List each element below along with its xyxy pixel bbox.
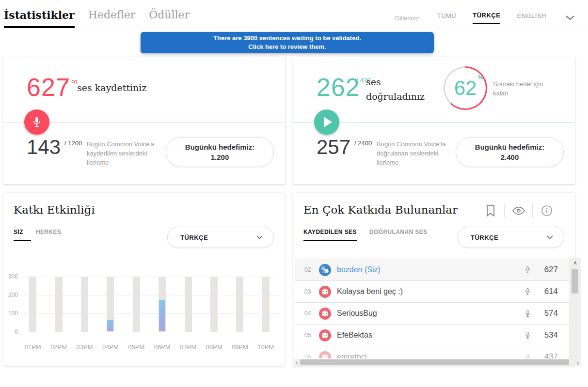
scroll-right-arrow[interactable]: ›: [575, 359, 581, 365]
bar-track: [262, 277, 270, 332]
x-axis-label: 03PM: [72, 343, 98, 351]
y-axis-tick: 0: [4, 328, 18, 335]
scroll-left-arrow[interactable]: ‹: [294, 359, 300, 365]
avatar: [319, 286, 331, 298]
tab-underline-track: [303, 241, 435, 241]
activity-tabs: SİZ HERKES: [14, 229, 61, 241]
bar-track: [236, 277, 243, 332]
validated-today: 257: [317, 136, 350, 159]
contributor-name: bozden (Siz): [337, 265, 381, 274]
x-axis-label: 05PM: [123, 343, 149, 351]
recorded-progress-description: Bugün Common Voice'a kaydedilen seslerde…: [87, 139, 164, 167]
gridline: [20, 332, 279, 332]
vertical-scroll-thumb[interactable]: [572, 269, 578, 294]
rank-number: 03: [304, 288, 319, 295]
microphone-icon: [524, 353, 531, 358]
activity-language-value: TÜRKÇE: [180, 234, 208, 241]
play-icon: [324, 117, 332, 127]
tab-goals[interactable]: Hedefler: [88, 9, 136, 28]
validated-progress-description: Bugün Common Voice'ta doğrulanan seslerd…: [377, 139, 454, 167]
microphone-icon: [524, 331, 531, 342]
validated-total: 262: [317, 73, 360, 102]
bar-track: [29, 277, 36, 332]
active-tab-underline: [303, 240, 357, 241]
bar-06PM: [159, 300, 165, 331]
avatar: [319, 308, 331, 320]
contribution-count: 627: [544, 265, 558, 275]
lang-tab-turkish[interactable]: TÜRKÇE: [473, 12, 500, 24]
avatar: [319, 351, 331, 359]
recorded-caption: ses kaydettiniz: [77, 80, 146, 95]
languages-label: Dilleriniz:: [395, 15, 421, 22]
common-voice-dashboard: İstatistikler Hedefler Ödüller Dillerini…: [0, 0, 588, 387]
tab-awards[interactable]: Ödüller: [149, 9, 190, 28]
info-icon[interactable]: [533, 205, 560, 217]
language-bar: Dilleriniz: TÜMÜ TÜRKÇE ENGLİSH: [395, 12, 574, 24]
tab-validated-voices[interactable]: DOĞRULANAN SES: [369, 229, 428, 241]
top-navigation: İstatistikler Hedefler Ödüller Dillerini…: [0, 0, 588, 28]
contribution-count: 437: [544, 352, 558, 358]
horizontal-scroll-thumb[interactable]: [300, 359, 569, 365]
horizontal-scrollbar[interactable]: ‹ ›: [294, 359, 581, 366]
goal-button-line2: 1.200: [211, 152, 229, 162]
chevron-down-icon: [547, 235, 553, 239]
activity-language-select[interactable]: TÜRKÇE: [167, 227, 274, 248]
tab-underline-track: [14, 241, 135, 241]
microphone-icon: [32, 116, 42, 128]
x-axis-label: 09PM: [227, 343, 253, 351]
leaderboard-row-03: 03Kolaysa beni geç :)614: [295, 281, 569, 303]
chevron-down-icon[interactable]: [566, 15, 574, 22]
leaderboard-row-06: 06emretncl437: [295, 346, 569, 358]
scroll-up-arrow[interactable]: ∧: [569, 260, 581, 266]
leaderboard-header-icons: [477, 203, 560, 218]
validated-caption-line1: ses: [366, 75, 425, 89]
contribution-count: 534: [544, 330, 558, 340]
contribution-count: 574: [544, 309, 558, 318]
avatar: [319, 329, 331, 341]
goal-button-line2: 2.400: [501, 152, 519, 162]
contribution-activity-card: Katkı Etkinliği SİZ HERKES TÜRKÇE 010020…: [3, 193, 285, 366]
goal-button-line1: Bugünkü hedefimiz:: [185, 142, 254, 152]
tab-everyone[interactable]: HERKES: [36, 229, 61, 241]
eye-icon[interactable]: [505, 206, 532, 215]
progress-percent: 62: [454, 77, 477, 100]
microphone-icon: [524, 309, 531, 320]
x-axis-label: 02PM: [46, 343, 72, 351]
contributor-name: SeriousBug: [337, 309, 377, 318]
bar-track: [55, 277, 63, 332]
leaderboard-row-02: 02bozden (Siz)627: [295, 259, 569, 281]
validated-caption-line2: doğruladınız: [366, 89, 425, 104]
vertical-scrollbar[interactable]: ∧ ∨: [569, 258, 581, 366]
x-axis-label: 01PM: [20, 343, 46, 351]
bar-track: [133, 277, 140, 332]
validated-stats-card: 262 / 420 ses doğruladınız 62 % Sonraki …: [293, 57, 575, 184]
validation-banner[interactable]: There are 3900 sentences waiting to be v…: [141, 32, 434, 53]
bar-04PM: [107, 320, 113, 331]
x-axis-label: 07PM: [175, 343, 201, 351]
lang-tab-all[interactable]: TÜMÜ: [437, 12, 457, 24]
x-axis-label: 08PM: [201, 343, 227, 351]
validated-goal-button[interactable]: Bugünkü hedefimiz: 2.400: [456, 137, 564, 167]
contributor-name: Kolaysa beni geç :): [337, 287, 403, 296]
recorded-goal-button[interactable]: Bugünkü hedefimiz: 1.200: [166, 137, 274, 167]
leaderboard-list: 02bozden (Siz)62703Kolaysa beni geç :)61…: [295, 259, 569, 358]
lang-tab-english[interactable]: ENGLİSH: [517, 12, 546, 24]
x-axis-label: 10PM: [253, 343, 279, 351]
tab-statistics[interactable]: İstatistikler: [4, 9, 75, 28]
recorded-total-goal: / ∞: [66, 77, 78, 87]
y-axis-tick: 100: [4, 310, 18, 317]
microphone-button[interactable]: [24, 109, 49, 135]
banner-line2: Click here to review them.: [248, 43, 326, 51]
recorded-total: 627: [27, 73, 70, 102]
leaderboard-language-select[interactable]: TÜRKÇE: [458, 227, 564, 248]
leaderboard-language-value: TÜRKÇE: [471, 234, 498, 241]
recorded-stats-card: 627 / ∞ ses kaydettiniz 143 / 1200 Bugün…: [3, 57, 285, 184]
main-tabs: İstatistikler Hedefler Ödüller: [4, 9, 190, 28]
leaderboard-title: En Çok Katkıda Bulunanlar: [303, 203, 458, 216]
tab-you[interactable]: SİZ: [14, 229, 23, 241]
tab-recorded-voices[interactable]: KAYDEDİLEN SES: [303, 229, 357, 241]
play-button[interactable]: [314, 109, 339, 135]
goal-button-line1: Bugünkü hedefimiz:: [475, 142, 544, 152]
bookmark-icon[interactable]: [477, 204, 504, 217]
contributor-name: emretncl: [337, 353, 366, 358]
